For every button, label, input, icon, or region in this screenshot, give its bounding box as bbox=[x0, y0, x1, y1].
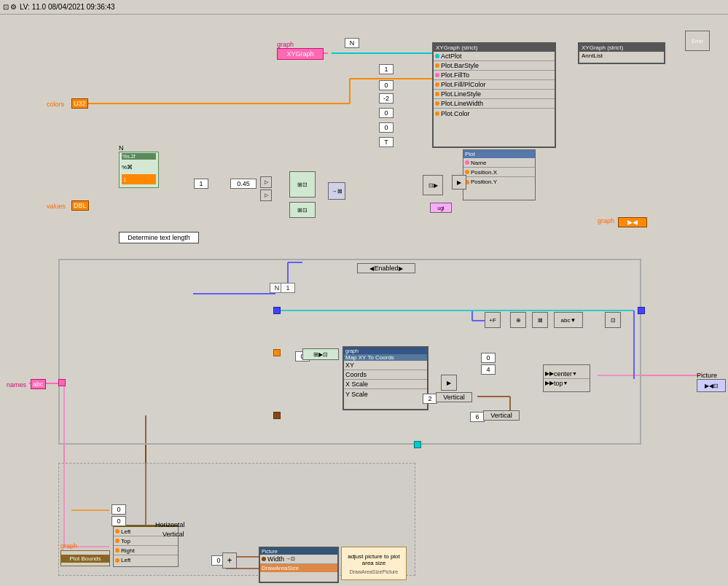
xy-graph-strict-block[interactable]: XYGraph (strict) ActPlot Plot.BarStyle P… bbox=[432, 42, 556, 148]
val-0-3: 0 bbox=[379, 108, 394, 118]
func-node-1[interactable]: +F bbox=[485, 312, 501, 328]
percent-format-block[interactable]: %s.2f %⌘ 1 bbox=[119, 152, 159, 188]
width-row: Width →⊡ bbox=[260, 555, 337, 564]
percent-format-inner: %⌘ bbox=[122, 160, 156, 174]
val-2: 2 bbox=[423, 394, 437, 404]
enabled-bar[interactable]: ◀ Enabled ▶ bbox=[357, 263, 415, 273]
map-xy-title: graph bbox=[344, 348, 427, 354]
posX-term bbox=[465, 170, 469, 174]
abc-badge: abc bbox=[31, 379, 46, 389]
plot-prop-title: Plot bbox=[463, 150, 535, 158]
picture-badge-right: ▶◀⊡ bbox=[697, 379, 726, 392]
title-icon-1: ⊡ bbox=[3, 3, 9, 11]
names-label: names bbox=[7, 381, 26, 388]
draw-area-row: DrawAreaSize bbox=[260, 564, 337, 572]
xy-graph-strict-2-title: XYGraph (strict) bbox=[579, 44, 664, 52]
title-icon-2: ⚙ bbox=[10, 3, 17, 11]
prop-fillto: Plot.FillTo bbox=[434, 71, 555, 80]
center-top-block[interactable]: ▶▶ center ▼ ▶▶ top ▼ bbox=[543, 364, 590, 392]
term-fillcolor bbox=[435, 82, 439, 87]
draw-area-size-block[interactable]: Picture Width →⊡ DrawAreaSize bbox=[259, 547, 339, 583]
add-op-bottom[interactable]: + bbox=[222, 552, 237, 569]
ugl-node: ugl bbox=[430, 203, 452, 213]
val-1-top: 1 bbox=[379, 64, 394, 74]
val-4-middle: 4 bbox=[481, 364, 496, 375]
val-neg2: -2 bbox=[379, 93, 394, 103]
tunnel-blue-top-1 bbox=[273, 307, 281, 314]
arrow-right-1[interactable]: ▶ bbox=[452, 175, 466, 190]
lower-func-1[interactable]: ⊞▶⊡ bbox=[302, 348, 339, 360]
top-term bbox=[115, 539, 120, 543]
func-block-mid[interactable]: ⊞⊡ bbox=[289, 171, 316, 198]
picture-title: Picture bbox=[260, 548, 337, 555]
val-0-4: 0 bbox=[379, 122, 394, 133]
determine-text-length[interactable]: Determine text length bbox=[119, 232, 199, 243]
title-bar: ⊡ ⚙ LV: 11.0 08/04/2021 09:36:43 bbox=[0, 0, 728, 15]
val-0-pb2: 0 bbox=[111, 516, 126, 526]
prop-plotcolor: Plot.Color bbox=[434, 109, 555, 118]
center-row: ▶▶ center ▼ bbox=[544, 370, 590, 379]
x-scale-row: X Scale bbox=[344, 380, 427, 389]
func-block-mid2[interactable]: ⊞⊡ bbox=[289, 202, 316, 218]
concat-func[interactable]: →⊠ bbox=[328, 182, 345, 200]
right-term bbox=[115, 548, 120, 552]
y-scale-row: Y Scale bbox=[344, 389, 427, 399]
prop-linewidth: Plot.LineWidth bbox=[434, 99, 555, 109]
tunnel-cyan-bottom bbox=[414, 441, 421, 448]
graph-right-badge: ▶◀ bbox=[618, 217, 647, 227]
func-node-2[interactable]: ⊕ bbox=[510, 312, 526, 328]
n-badge-top: N bbox=[345, 38, 359, 48]
left2-term bbox=[115, 558, 120, 563]
mult-op-1[interactable]: ▷ bbox=[260, 176, 272, 188]
val-1b: 1 bbox=[194, 179, 208, 189]
func-node-4[interactable]: abc▼ bbox=[554, 312, 583, 328]
mult-op-2[interactable]: ▷ bbox=[260, 190, 272, 201]
val-t: T bbox=[379, 137, 394, 147]
coords-out-row: Coords bbox=[344, 370, 427, 380]
val-6: 6 bbox=[470, 412, 485, 422]
main-canvas: graph XYGraph N XYGraph (strict) ActPlot… bbox=[0, 15, 728, 586]
name-prop-row: Name bbox=[463, 158, 535, 168]
xy-out-row: XY bbox=[344, 361, 427, 370]
func-node-5[interactable]: ⊡ bbox=[605, 312, 621, 328]
xy-graph-strict-2-block[interactable]: XYGraph (strict) AnntList bbox=[578, 42, 665, 64]
adjust-picture-box: adjust picture to plot area size DrawAre… bbox=[341, 547, 407, 580]
term-actplot bbox=[435, 54, 439, 58]
plot-bounds-box[interactable]: Plot Bounds bbox=[60, 550, 110, 566]
prop-fillcolor: Plot.Fill/PlColor bbox=[434, 80, 555, 90]
width-term bbox=[262, 557, 266, 561]
left-term bbox=[115, 529, 120, 534]
name-term bbox=[465, 160, 469, 165]
n-label-percent: N bbox=[119, 144, 124, 152]
anntlist-row: AnntList bbox=[579, 52, 664, 60]
posX-prop-row: Position.X bbox=[463, 168, 535, 177]
arrow-func-2[interactable]: ▶ bbox=[441, 375, 457, 391]
num-func-1[interactable]: ⊡▶ bbox=[423, 175, 443, 195]
adjust-title: adjust picture to plot area size bbox=[342, 552, 406, 568]
prop-actplot: ActPlot bbox=[434, 52, 555, 61]
term-plotcolor bbox=[435, 112, 439, 116]
graph-label-top: graph bbox=[277, 41, 294, 48]
percent-format-val: 1 bbox=[122, 174, 156, 184]
val-0-middle: 0 bbox=[481, 353, 496, 363]
title-text: LV: 11.0 08/04/2021 09:36:43 bbox=[20, 3, 115, 11]
plot-property-node[interactable]: Plot Name Position.X Position.Y bbox=[463, 149, 536, 200]
colors-label: colors bbox=[47, 101, 64, 108]
percent-format-title: %s.2f bbox=[122, 153, 156, 160]
tunnel-blue-right bbox=[638, 307, 645, 314]
tunnel-pink-left bbox=[58, 379, 66, 386]
term-barstyle bbox=[435, 63, 439, 68]
xy-graph-strict-title: XYGraph (strict) bbox=[434, 44, 555, 52]
func-node-3[interactable]: ⊠ bbox=[532, 312, 548, 328]
tunnel-orange-left bbox=[273, 349, 281, 356]
vertical-2-box: Vertical bbox=[483, 410, 520, 421]
prop-barstyle: Plot.BarStyle bbox=[434, 61, 555, 71]
picture-label-right: Picture bbox=[697, 372, 717, 379]
xy-graph-pink-node[interactable]: XYGraph bbox=[277, 48, 324, 60]
error-badge: Error bbox=[685, 31, 710, 51]
val-0-pb1: 0 bbox=[111, 504, 126, 515]
map-xy-block[interactable]: graph Map XY To Coords XY Coords X Scale… bbox=[343, 346, 428, 410]
graph-plot-bounds-label: graph bbox=[60, 542, 77, 550]
term-fillto bbox=[435, 73, 439, 77]
graph-label-right: graph bbox=[598, 217, 614, 224]
